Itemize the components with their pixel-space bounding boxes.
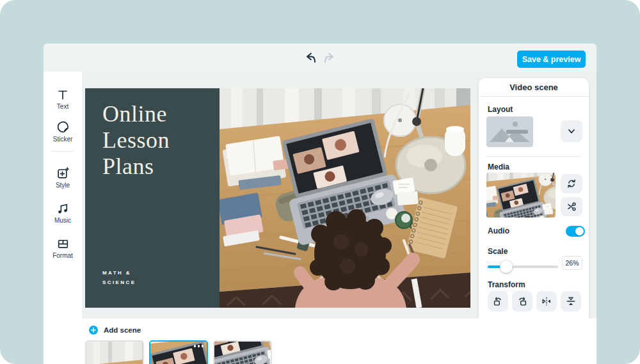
media-preview-image [486,173,556,218]
audio-toggle[interactable] [566,226,585,237]
rotate-right-button[interactable] [512,291,532,312]
scene-thumbnail-3[interactable] [213,340,272,364]
scene-tagline-line: MATH & [102,268,136,278]
flip-horizontal-icon [541,296,552,307]
undo-button[interactable] [305,52,317,64]
scene-3-image [214,342,271,364]
scale-slider[interactable] [488,261,558,273]
sidebar-item-label: Music [44,217,82,224]
flip-horizontal-button[interactable] [536,291,557,312]
sidebar-item-format[interactable]: Format [44,237,82,259]
add-scene-label: Add scene [104,326,141,334]
scissors-icon [566,202,577,212]
scene-tagline-line: SCIENCE [102,278,136,287]
panel-divider [486,156,581,157]
audio-label: Audio [488,226,509,235]
sidebar-item-style[interactable]: Style [44,166,82,189]
sidebar-item-label: Style [44,182,82,189]
sidebar-item-text[interactable]: Text [44,88,82,110]
scene-tagline[interactable]: MATH & SCIENCE [102,268,136,287]
rotate-left-icon [492,296,504,307]
scene-1-image [86,342,143,364]
sidebar-item-label: Format [44,252,82,259]
trim-media-button[interactable] [561,197,582,216]
scale-label: Scale [488,247,508,256]
layout-placeholder-icon [486,116,533,147]
music-icon [56,202,70,215]
style-icon [56,166,70,180]
redo-button[interactable] [323,52,335,64]
redo-icon [323,52,335,64]
page-background: Save & preview Text Sticker [0,0,640,364]
sticker-icon [56,120,70,134]
scene-text-panel[interactable]: Online Lesson Plans MATH & SCIENCE [85,88,220,308]
scene-canvas[interactable]: Online Lesson Plans MATH & SCIENCE [85,88,470,308]
top-toolbar: Save & preview [44,44,596,72]
history-controls [305,52,335,64]
rotate-right-icon [516,296,528,307]
plus-icon [89,326,98,335]
layout-expand-button[interactable] [561,120,582,142]
timeline-strip: Add scene [44,319,596,364]
scene-title-line: Online [102,101,170,127]
toggle-knob [575,227,584,235]
desk-photo [220,88,470,308]
scene-menu-icon[interactable] [194,345,204,347]
app-window: Save & preview Text Sticker [44,44,596,364]
scene-thumbnails [85,340,272,364]
scene-title-line: Plans [102,154,170,180]
refresh-icon [566,178,577,189]
layout-preview[interactable] [486,116,533,147]
sidebar-item-label: Text [44,103,82,110]
flip-vertical-button[interactable] [561,291,581,312]
scene-title[interactable]: Online Lesson Plans [102,101,170,180]
rotate-left-button[interactable] [488,291,508,312]
flip-vertical-icon [565,296,577,307]
transform-label: Transform [488,280,525,289]
add-scene-button[interactable]: Add scene [89,326,141,335]
scene-media-photo[interactable] [220,88,470,308]
undo-icon [305,52,317,64]
save-preview-button[interactable]: Save & preview [517,51,586,68]
layout-label: Layout [488,105,513,114]
scene-thumbnail-1[interactable] [85,340,144,364]
scale-value: 26% [562,256,582,270]
scene-title-line: Lesson [102,127,170,154]
sidebar-divider [52,151,74,152]
panel-title: Video scene [479,78,589,97]
media-preview[interactable] [486,173,556,218]
media-label: Media [488,162,509,171]
text-icon [56,88,69,101]
format-icon [56,237,70,250]
chevron-down-icon [567,127,576,136]
replace-media-button[interactable] [561,174,582,193]
sidebar-item-sticker[interactable]: Sticker [44,120,82,143]
slider-knob[interactable] [500,260,513,273]
sidebar-item-music[interactable]: Music [44,202,82,224]
sidebar-item-label: Sticker [44,136,82,143]
scene-thumbnail-2[interactable] [149,340,208,364]
